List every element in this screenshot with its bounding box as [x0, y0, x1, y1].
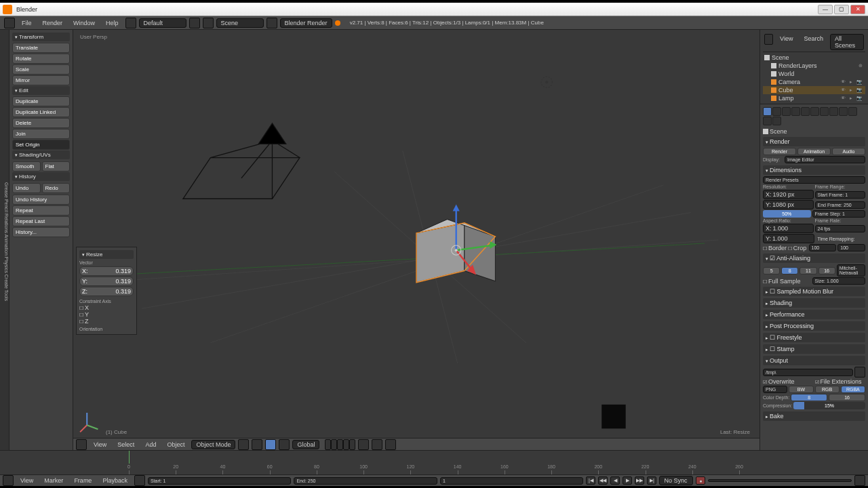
fps-dropdown[interactable]: 24 fps — [815, 225, 866, 232]
next-key-icon[interactable]: ▶▶ — [635, 476, 644, 485]
add-menu[interactable]: Add — [141, 440, 160, 449]
remap-old-field[interactable]: 100 — [809, 244, 837, 251]
toolshelf-tabs[interactable]: Grease Pencil Relations Animation Physic… — [0, 30, 9, 450]
aa-8-button[interactable]: 8 — [781, 267, 798, 274]
remap-new-field[interactable]: 100 — [837, 244, 865, 251]
menu-help[interactable]: Help — [102, 18, 123, 28]
layout-prev-icon[interactable] — [125, 18, 136, 28]
set-origin-button[interactable]: Set Origin — [12, 140, 70, 150]
proportional-icon[interactable] — [372, 439, 382, 450]
res-y-field[interactable]: Y: 1080 px — [763, 200, 814, 209]
render-button[interactable]: Render — [763, 148, 796, 155]
layout-dropdown[interactable]: Default — [139, 18, 186, 28]
material-tab[interactable] — [839, 107, 848, 116]
end-frame-input[interactable]: End: 250 — [294, 477, 437, 485]
minimize-button[interactable]: — — [818, 5, 833, 14]
object-tab[interactable] — [801, 107, 810, 116]
undo-button[interactable]: Undo — [12, 183, 41, 193]
bw-button[interactable]: BW — [789, 386, 813, 393]
range-icon[interactable] — [134, 475, 145, 486]
timeline-marker-menu[interactable]: Marker — [40, 476, 67, 485]
aspect-x-field[interactable]: X: 1.000 — [763, 224, 814, 233]
full-sample-check[interactable]: ☐ Full Sample — [763, 278, 811, 285]
frame-step-field[interactable]: Frame Step: 1 — [812, 210, 866, 218]
aa-11-button[interactable]: 11 — [800, 267, 816, 274]
outliner-view-menu[interactable]: View — [776, 34, 797, 50]
aa-panel-head[interactable]: ☑ Anti-Aliasing — [763, 253, 865, 263]
audio-button[interactable]: Audio — [832, 148, 865, 155]
repeat-last-button[interactable]: Repeat Last — [12, 216, 70, 226]
timeline-type-icon[interactable] — [3, 475, 14, 486]
outliner-world-row[interactable]: World — [763, 70, 865, 78]
3d-viewport[interactable]: User Persp — [73, 30, 760, 450]
timeline-view-menu[interactable]: View — [16, 476, 37, 485]
select-menu[interactable]: Select — [113, 440, 138, 449]
manipulator-toggle-icon[interactable] — [265, 439, 276, 450]
undo-history-button[interactable]: Undo History — [12, 195, 70, 205]
outliner-filter-dropdown[interactable]: All Scenes — [830, 34, 864, 50]
layer-button[interactable] — [343, 439, 349, 450]
key-add-icon[interactable] — [854, 475, 865, 486]
timeline-playback-menu[interactable]: Playback — [98, 476, 132, 485]
depth-16-button[interactable]: 16 — [829, 394, 865, 401]
repeat-button[interactable]: Repeat — [12, 205, 70, 216]
render-presets-dropdown[interactable]: Render Presets — [763, 176, 865, 184]
mirror-button[interactable]: Mirror — [12, 75, 70, 85]
file-ext-check[interactable]: ☑ File Extensions — [815, 378, 866, 385]
post-panel-head[interactable]: Post Processing — [763, 321, 865, 331]
render-tab[interactable] — [763, 107, 772, 116]
display-dropdown[interactable]: Image Editor — [785, 156, 865, 163]
layer-button[interactable] — [331, 439, 337, 450]
orientation-dropdown[interactable]: Global — [292, 440, 319, 449]
pivot-icon[interactable] — [252, 439, 262, 450]
editor-type-icon[interactable] — [4, 18, 15, 28]
transform-panel-head[interactable]: Transform — [12, 33, 70, 41]
res-x-field[interactable]: X: 1920 px — [763, 190, 814, 199]
play-reverse-icon[interactable]: ◀ — [610, 476, 620, 485]
scene-dropdown[interactable]: Scene — [216, 18, 264, 28]
duplicate-linked-button[interactable]: Duplicate Linked — [12, 107, 70, 117]
outliner-type-icon[interactable] — [764, 34, 773, 45]
view-menu[interactable]: View — [90, 440, 111, 449]
sync-dropdown[interactable]: No Sync — [659, 476, 693, 485]
start-frame-input[interactable]: Start: 1 — [148, 477, 292, 485]
output-panel-head[interactable]: Output — [763, 356, 865, 365]
timeline-frame-menu[interactable]: Frame — [70, 476, 96, 485]
aa-size-field[interactable]: Size: 1.000 — [812, 277, 866, 285]
snap-icon[interactable] — [358, 439, 369, 450]
scale-button[interactable]: Scale — [12, 64, 70, 75]
rgba-button[interactable]: RGBA — [841, 386, 865, 393]
constraint-x-check[interactable]: ☐ X — [79, 304, 134, 311]
start-frame-field[interactable]: Start Frame: 1 — [815, 191, 866, 199]
translate-button[interactable]: Translate — [12, 43, 70, 53]
data-tab[interactable] — [829, 107, 838, 116]
redo-button[interactable]: Redo — [42, 183, 71, 193]
history-button[interactable]: History... — [12, 227, 70, 237]
constraint-y-check[interactable]: ☐ Y — [79, 311, 134, 318]
world-tab[interactable] — [791, 107, 800, 116]
timeline-ruler[interactable]: 020406080100120140160180200220240260 — [0, 451, 868, 475]
object-menu[interactable]: Object — [163, 440, 189, 449]
current-frame-input[interactable]: 1 — [440, 477, 584, 485]
animation-button[interactable]: Animation — [797, 148, 831, 155]
outliner-renderlayers-row[interactable]: RenderLayers⊕ — [763, 62, 865, 70]
dimensions-panel-head[interactable]: Dimensions — [763, 165, 865, 175]
aspect-y-field[interactable]: Y: 1.000 — [763, 234, 814, 243]
resize-panel-head[interactable]: Resize — [79, 250, 134, 259]
outliner-scene-row[interactable]: Scene — [763, 54, 865, 62]
mode-dropdown[interactable]: Object Mode — [191, 440, 235, 449]
scene-add-icon[interactable] — [267, 18, 277, 28]
duplicate-button[interactable]: Duplicate — [12, 96, 70, 106]
edit-panel-head[interactable]: Edit — [12, 86, 70, 95]
outliner-cube-row[interactable]: Cube👁 ▸ 📷 — [763, 86, 865, 94]
output-path-field[interactable]: /tmp\ — [763, 369, 853, 376]
flat-button[interactable]: Flat — [42, 161, 71, 171]
manipulator-translate-icon[interactable] — [279, 439, 290, 450]
layer-button[interactable] — [325, 439, 331, 450]
bake-panel-head[interactable]: Bake — [763, 411, 865, 421]
timeline-cursor[interactable] — [129, 451, 130, 464]
prev-key-icon[interactable]: ◀◀ — [598, 476, 608, 485]
end-frame-field[interactable]: End Frame: 250 — [815, 201, 866, 209]
format-dropdown[interactable]: PNG — [763, 386, 787, 393]
constraint-z-check[interactable]: ☐ Z — [79, 318, 134, 325]
